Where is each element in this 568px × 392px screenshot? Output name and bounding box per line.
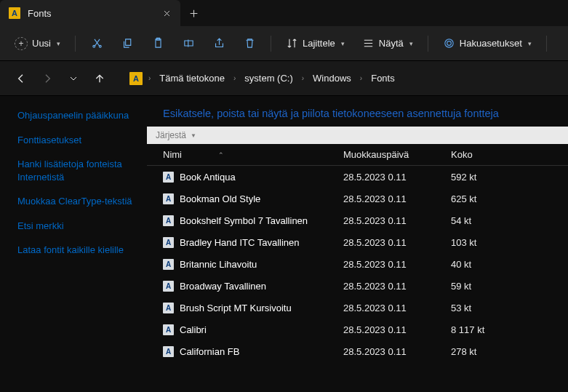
font-file-icon: A xyxy=(163,172,174,183)
breadcrumb-item[interactable]: system (C:) xyxy=(241,71,295,85)
font-modified: 28.5.2023 0.11 xyxy=(343,281,451,292)
font-file-icon: A xyxy=(163,193,174,204)
font-name-cell: ABritannic Lihavoitu xyxy=(163,259,343,270)
font-file-icon: A xyxy=(163,303,174,313)
fonts-folder-icon: A xyxy=(129,72,143,85)
font-name-cell: ABroadway Tavallinen xyxy=(163,281,343,292)
font-size: 625 kt xyxy=(451,193,524,204)
column-headers: Nimi ⌃ Muokkauspäivä Koko xyxy=(147,144,568,166)
font-row[interactable]: ABookshelf Symbol 7 Tavallinen28.5.2023 … xyxy=(147,209,568,231)
close-tab-button[interactable] xyxy=(161,8,172,18)
breadcrumb-item[interactable]: Tämä tietokone xyxy=(156,71,228,85)
font-name: Bradley Hand ITC Tavallinen xyxy=(180,237,300,248)
divider xyxy=(75,36,76,52)
chevron-down-icon: ▾ xyxy=(341,40,345,47)
font-name: Calibri xyxy=(180,324,207,335)
font-name: Bookman Old Style xyxy=(180,193,260,204)
titlebar: A Fonts xyxy=(0,0,568,26)
sidebar-link-online-info[interactable]: Hanki lisätietoja fonteista Internetistä xyxy=(17,158,140,183)
font-name: Brush Script MT Kursivoitu xyxy=(180,303,292,313)
sort-button[interactable]: Lajittele ▾ xyxy=(279,31,352,56)
font-name-cell: ABookman Old Style xyxy=(163,193,343,204)
chevron-right-icon: › xyxy=(145,74,153,82)
font-modified: 28.5.2023 0.11 xyxy=(343,259,451,270)
font-row[interactable]: ABradley Hand ITC Tavallinen28.5.2023 0.… xyxy=(147,231,568,253)
font-size: 40 kt xyxy=(451,259,524,270)
share-button[interactable] xyxy=(205,31,233,56)
font-modified: 28.5.2023 0.11 xyxy=(343,303,451,313)
font-row[interactable]: ABroadway Tavallinen28.5.2023 0.1159 kt xyxy=(147,275,568,297)
font-row[interactable]: ABrush Script MT Kursivoitu28.5.2023 0.1… xyxy=(147,297,568,319)
rename-button[interactable] xyxy=(175,31,202,56)
font-row[interactable]: ABritannic Lihavoitu28.5.2023 0.1140 kt xyxy=(147,253,568,275)
column-modified[interactable]: Muokkauspäivä xyxy=(343,149,451,160)
font-name: Californian FB xyxy=(180,346,239,357)
tab-title: Fonts xyxy=(28,8,154,19)
divider xyxy=(271,36,271,52)
column-name[interactable]: Nimi ⌃ xyxy=(163,149,343,160)
view-button[interactable]: Näytä ▾ xyxy=(355,31,420,56)
font-modified: 28.5.2023 0.11 xyxy=(343,193,451,204)
font-name-cell: ABrush Script MT Kursivoitu xyxy=(163,303,343,313)
sidebar: Ohjauspaneelin pääikkuna Fonttiasetukset… xyxy=(0,96,147,392)
chevron-down-icon: ▾ xyxy=(409,40,413,47)
divider xyxy=(546,36,547,52)
font-row[interactable]: ACalifornian FB28.5.2023 0.11278 kt xyxy=(147,340,568,362)
paste-button[interactable] xyxy=(144,31,172,56)
chevron-right-icon: › xyxy=(299,74,307,82)
breadcrumb-item[interactable]: Fonts xyxy=(368,71,398,85)
font-file-icon: A xyxy=(163,237,174,248)
svg-point-1 xyxy=(445,39,453,47)
font-file-icon: A xyxy=(163,346,174,357)
column-size[interactable]: Koko xyxy=(451,149,524,160)
font-file-icon: A xyxy=(163,215,174,226)
back-button[interactable] xyxy=(13,73,29,84)
cut-button[interactable] xyxy=(83,31,111,56)
font-name-cell: ABradley Hand ITC Tavallinen xyxy=(163,237,343,248)
sidebar-link-download-all[interactable]: Lataa fontit kaikille kielille xyxy=(17,244,140,257)
font-name: Britannic Lihavoitu xyxy=(180,259,257,270)
up-button[interactable] xyxy=(92,73,108,84)
sidebar-link-control-panel[interactable]: Ohjauspaneelin pääikkuna xyxy=(17,109,140,122)
arrange-bar[interactable]: Järjestä ▼ xyxy=(147,127,568,144)
breadcrumb[interactable]: A › Tämä tietokone › system (C:) › Windo… xyxy=(125,67,561,90)
chevron-right-icon: › xyxy=(231,74,239,82)
font-row[interactable]: ABookman Old Style28.5.2023 0.11625 kt xyxy=(147,188,568,209)
chevron-down-icon: ▼ xyxy=(191,132,196,139)
font-modified: 28.5.2023 0.11 xyxy=(343,215,451,226)
font-size: 54 kt xyxy=(451,215,524,226)
font-row[interactable]: ACalibri28.5.2023 0.118 117 kt xyxy=(147,319,568,340)
sort-indicator-icon: ⌃ xyxy=(218,151,224,159)
search-settings-button[interactable]: Hakuasetukset ▾ xyxy=(436,31,539,56)
sidebar-link-find-char[interactable]: Etsi merkki xyxy=(17,220,140,233)
fonts-folder-icon: A xyxy=(9,7,20,19)
copy-button[interactable] xyxy=(113,31,141,56)
font-size: 103 kt xyxy=(451,237,524,248)
font-modified: 28.5.2023 0.11 xyxy=(343,172,451,183)
recent-button[interactable] xyxy=(65,74,81,83)
font-modified: 28.5.2023 0.11 xyxy=(343,324,451,335)
font-modified: 28.5.2023 0.11 xyxy=(343,237,451,248)
delete-button[interactable] xyxy=(236,31,263,56)
sidebar-link-cleartype[interactable]: Muokkaa ClearType-tekstiä xyxy=(17,195,140,208)
chevron-right-icon: › xyxy=(357,74,365,82)
new-tab-button[interactable] xyxy=(180,0,207,26)
active-tab[interactable]: A Fonts xyxy=(0,0,180,26)
navigation-bar: A › Tämä tietokone › system (C:) › Windo… xyxy=(0,61,568,96)
font-size: 8 117 kt xyxy=(451,324,524,335)
new-button[interactable]: + Uusi ▾ xyxy=(7,31,68,56)
divider xyxy=(428,36,428,52)
breadcrumb-item[interactable]: Windows xyxy=(310,71,354,85)
font-file-icon: A xyxy=(163,259,174,270)
font-row[interactable]: ABook Antiqua28.5.2023 0.11592 kt xyxy=(147,166,568,188)
chevron-down-icon: ▾ xyxy=(57,40,60,47)
sidebar-link-font-settings[interactable]: Fonttiasetukset xyxy=(17,134,140,147)
font-name: Book Antiqua xyxy=(180,172,236,183)
main-panel: Esikatsele, poista tai näytä ja piilota … xyxy=(147,96,568,392)
plus-circle-icon: + xyxy=(15,37,28,50)
font-file-icon: A xyxy=(163,281,174,292)
font-name: Bookshelf Symbol 7 Tavallinen xyxy=(180,215,308,226)
forward-button[interactable] xyxy=(39,73,55,84)
chevron-down-icon: ▾ xyxy=(528,40,532,47)
toolbar: + Uusi ▾ Lajittele ▾ Näytä ▾ Hakuasetuks… xyxy=(0,26,568,61)
